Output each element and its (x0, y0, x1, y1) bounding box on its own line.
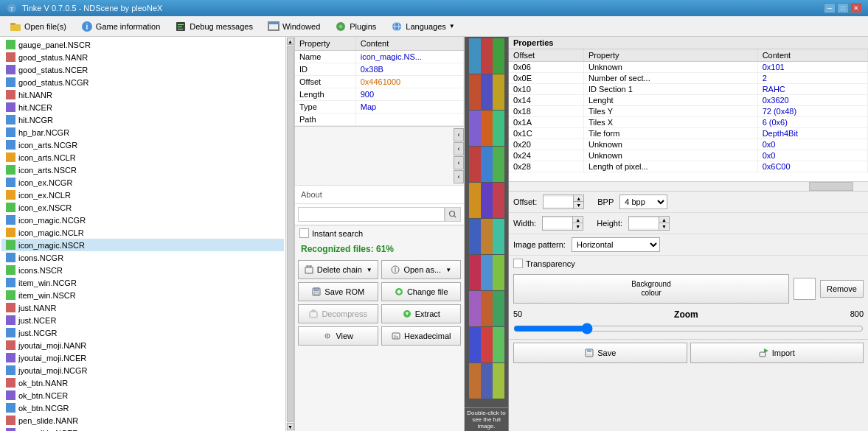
offset-input[interactable]: 0 (544, 197, 573, 207)
zoom-slider[interactable] (513, 323, 864, 334)
nav-arrow-mid2[interactable]: ‹ (454, 156, 464, 169)
right-table-container[interactable]: Offset Property Content 0x06Unknown0x101… (509, 49, 868, 182)
tree-item[interactable]: icons.NCGR (1, 251, 284, 264)
width-input[interactable]: 48 (543, 218, 572, 228)
rt-value: 0x0 (757, 139, 867, 150)
preview-cell (469, 291, 504, 326)
tree-item[interactable]: gauge_panel.NSCR (1, 38, 284, 51)
tree-item[interactable]: just.NCGR (1, 326, 284, 339)
width-down-arrow[interactable]: ▼ (572, 223, 583, 230)
tree-item[interactable]: hp_bar.NCGR (1, 126, 284, 139)
tree-item[interactable]: just.NCER (1, 314, 284, 326)
color-swatch[interactable] (794, 278, 816, 300)
height-spinbox[interactable]: 576 ▲ ▼ (628, 216, 670, 231)
tree-item[interactable]: item_win.NSCR (1, 289, 284, 301)
tree-item[interactable]: icon_ex.NCGR (1, 176, 284, 189)
center-panel: Property Content Nameicon_magic.NS...ID0… (295, 37, 465, 431)
close-button[interactable]: ✕ (850, 3, 862, 13)
change-file-label: Change file (407, 287, 448, 296)
nav-arrow-down[interactable]: ‹ (454, 170, 464, 183)
tree-item[interactable]: hit.NCGR (1, 113, 284, 126)
save-icon (584, 348, 594, 358)
window-controls[interactable]: ─ □ ✕ (824, 3, 862, 13)
minimize-button[interactable]: ─ (824, 3, 836, 13)
offset-down-arrow[interactable]: ▼ (573, 202, 583, 209)
image-pattern-select[interactable]: Horizontal Vertical (572, 237, 660, 252)
height-up-arrow[interactable]: ▲ (659, 217, 669, 223)
file-name: icon_ex.NSCR (18, 203, 72, 212)
menu-game-info[interactable]: i Game information (74, 18, 167, 35)
menu-open-files[interactable]: Open file(s) (3, 18, 73, 35)
tree-item[interactable]: jyoutai_moji.NANR (1, 339, 284, 351)
decompress-button[interactable]: Decompress (298, 304, 378, 323)
tree-item[interactable]: jyoutai_moji.NCGR (1, 364, 284, 376)
rt-offset: 0x24 (509, 150, 583, 161)
tree-item[interactable]: item_win.NCGR (1, 276, 284, 289)
tree-item[interactable]: ok_btn.NANR (1, 376, 284, 389)
menu-plugins[interactable]: Plugins (328, 18, 383, 35)
tree-item[interactable]: icon_ex.NSCR (1, 201, 284, 214)
tree-item[interactable]: icon_arts.NCGR (1, 139, 284, 151)
file-type-icon (4, 52, 16, 63)
bg-color-button[interactable]: Backgroundcolour (513, 274, 789, 304)
file-name: ok_btn.NCGR (18, 404, 69, 413)
tree-item[interactable]: icon_arts.NSCR (1, 164, 284, 176)
tree-item[interactable]: ok_btn.NCER (1, 389, 284, 402)
tree-item[interactable]: jyoutai_moji.NCER (1, 351, 284, 364)
tree-item[interactable]: icon_arts.NCLR (1, 151, 284, 164)
hexadecimal-button[interactable]: 0x Hexadecimal (381, 326, 462, 346)
svg-rect-8 (178, 27, 182, 27)
extract-button[interactable]: Extract (381, 304, 462, 323)
nav-arrow-up[interactable]: ‹ (454, 128, 464, 141)
offset-up-arrow[interactable]: ▲ (573, 195, 583, 202)
delete-chain-button[interactable]: Delete chain ▼ (298, 260, 378, 279)
tree-item[interactable]: pen_slide.NCER (1, 427, 284, 431)
tree-item[interactable]: icon_magic.NCGR (1, 214, 284, 226)
width-up-arrow[interactable]: ▲ (572, 217, 583, 223)
tree-item[interactable]: good_status.NCGR (1, 76, 284, 88)
tree-item[interactable]: ok_btn.NCGR (1, 402, 284, 414)
width-spinbox[interactable]: 48 ▲ ▼ (542, 216, 583, 231)
tree-scroll-up[interactable]: ▲ (287, 38, 294, 45)
tree-item[interactable]: icon_magic.NSCR (1, 239, 284, 251)
height-input[interactable]: 576 (629, 218, 659, 228)
save-button[interactable]: Save (513, 343, 687, 363)
save-rom-button[interactable]: Save ROM (298, 282, 378, 301)
tree-scroll-down[interactable]: ▼ (287, 423, 294, 430)
offset-spinbox[interactable]: 0 ▲ ▼ (543, 195, 584, 209)
view-button[interactable]: View (298, 326, 378, 346)
tree-item[interactable]: just.NANR (1, 301, 284, 314)
transparency-checkbox[interactable] (513, 259, 523, 268)
change-file-button[interactable]: Change file (381, 282, 462, 301)
open-as-button[interactable]: Open as... ▼ (381, 260, 462, 279)
search-input[interactable] (298, 207, 445, 222)
search-button[interactable] (445, 207, 461, 222)
instant-search-checkbox[interactable] (299, 228, 309, 238)
height-label: Height: (597, 219, 622, 228)
remove-button[interactable]: Remove (820, 280, 864, 298)
file-tree[interactable]: gauge_panel.NSCRgood_status.NANRgood_sta… (0, 37, 285, 431)
bpp-select[interactable]: 4 bpp 8 bpp (619, 195, 667, 209)
right-table-row: 0x28Length of pixel...0x6C00 (509, 161, 868, 172)
tree-item[interactable]: hit.NANR (1, 88, 284, 101)
left-panel: gauge_panel.NSCRgood_status.NANRgood_sta… (0, 37, 295, 431)
menu-debug[interactable]: Debug messages (168, 18, 260, 35)
tree-item[interactable]: icon_ex.NCLR (1, 189, 284, 201)
height-down-arrow[interactable]: ▼ (659, 223, 669, 230)
rt-offset: 0x1C (509, 128, 583, 139)
prop-value (355, 113, 463, 126)
maximize-button[interactable]: □ (837, 3, 849, 13)
tree-item[interactable]: hit.NCER (1, 101, 284, 113)
import-button[interactable]: Import (690, 343, 864, 363)
menu-windowed[interactable]: Windowed (261, 18, 327, 35)
rt-value: 0x0 (757, 150, 867, 161)
menu-languages[interactable]: Languages ▼ (384, 18, 461, 35)
tree-item[interactable]: icons.NSCR (1, 264, 284, 276)
file-name: just.NCER (18, 316, 56, 325)
file-type-icon (4, 352, 16, 364)
tree-item[interactable]: pen_slide.NANR (1, 414, 284, 427)
nav-arrow-mid1[interactable]: ‹ (454, 142, 464, 155)
tree-item[interactable]: icon_magic.NCLR (1, 226, 284, 239)
tree-item[interactable]: good_status.NANR (1, 51, 284, 63)
tree-item[interactable]: good_status.NCER (1, 63, 284, 76)
